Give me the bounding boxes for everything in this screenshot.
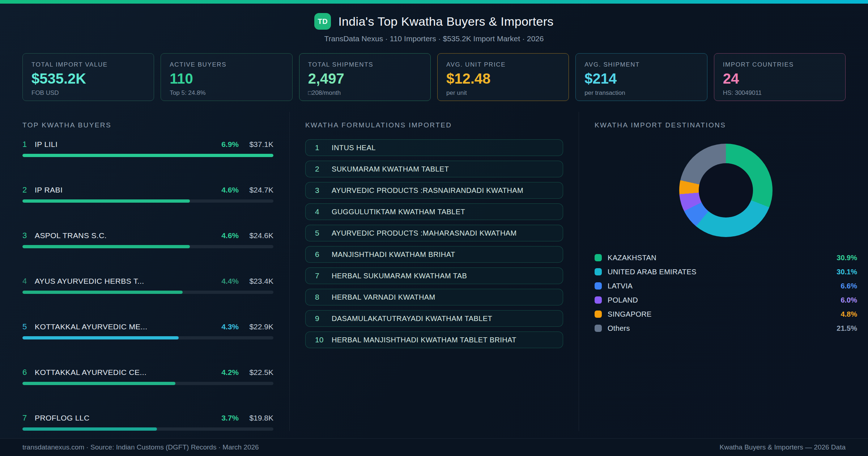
stat-card-avg-unit-price: AVG. UNIT PRICE$12.48per unit bbox=[437, 53, 569, 101]
legend-pct: 4.8% bbox=[841, 310, 857, 318]
legend-item: KAZAKHSTAN30.9% bbox=[595, 254, 857, 262]
stat-card-total-shipments: TOTAL SHIPMENTS2,497□208/month bbox=[299, 53, 431, 101]
buyer-name: PROFLOG LLC bbox=[35, 413, 221, 423]
formulation-item: 7HERBAL SUKUMARAM KWATHAM TAB bbox=[305, 267, 563, 284]
legend-label: LATVIA bbox=[608, 282, 841, 290]
stat-value: $535.2K bbox=[31, 71, 145, 87]
stat-sub: per transaction bbox=[584, 89, 698, 97]
legend-item: LATVIA6.6% bbox=[595, 282, 857, 290]
stat-label: ACTIVE BUYERS bbox=[170, 61, 283, 68]
buyer-row-top: 4AYUS AYURVEDIC HERBS T...4.4%$23.4K bbox=[22, 276, 273, 286]
buyer-share: 4.6% bbox=[221, 231, 239, 241]
stat-label: TOTAL SHIPMENTS bbox=[308, 61, 422, 68]
formulation-name: AYURVEDIC PRODUCTS :RASNAIRANDADI KWATHA… bbox=[332, 186, 523, 195]
brand-logo-badge: TD bbox=[314, 13, 331, 30]
legend-swatch bbox=[595, 268, 602, 275]
buyer-name: KOTTAKKAL AYURVEDIC CE... bbox=[35, 367, 221, 377]
buyer-share: 4.3% bbox=[221, 322, 239, 332]
buyer-row: 3ASPOL TRANS S.C.4.6%$24.6K bbox=[22, 231, 273, 248]
buyer-bar-fill bbox=[22, 291, 183, 294]
buyer-row: 5KOTTAKKAL AYURVEDIC ME...4.3%$22.9K bbox=[22, 322, 273, 339]
legend-label: UNITED ARAB EMIRATES bbox=[608, 268, 837, 276]
buyer-value: $22.9K bbox=[245, 322, 273, 332]
legend-label: Others bbox=[608, 324, 837, 333]
legend-swatch bbox=[595, 282, 602, 290]
buyer-row: 7PROFLOG LLC3.7%$19.8K bbox=[22, 413, 273, 431]
legend-swatch bbox=[595, 311, 602, 318]
legend-pct: 6.0% bbox=[841, 296, 857, 304]
legend-item: SINGAPORE4.8% bbox=[595, 310, 857, 318]
legend-item: UNITED ARAB EMIRATES30.1% bbox=[595, 268, 857, 276]
buyer-row-top: 1IP LILI6.9%$37.1K bbox=[22, 139, 273, 149]
formulation-name: MANJISHTHADI KWATHAM BRIHAT bbox=[332, 250, 455, 259]
stat-card-active-buyers: ACTIVE BUYERS110Top 5: 24.8% bbox=[161, 53, 292, 101]
buyer-bar-track bbox=[22, 154, 273, 157]
legend-swatch bbox=[595, 296, 602, 304]
legend-item: Others21.5% bbox=[595, 324, 857, 332]
buyer-bar-track bbox=[22, 427, 273, 431]
buyer-bar-fill bbox=[22, 382, 175, 385]
page-subtitle: TransData Nexus · 110 Importers · $535.2… bbox=[0, 34, 868, 43]
stat-card-avg-shipment: AVG. SHIPMENT$214per transaction bbox=[575, 53, 707, 101]
buyer-row: 6KOTTAKKAL AYURVEDIC CE...4.2%$22.5K bbox=[22, 367, 273, 385]
legend-label: POLAND bbox=[608, 296, 841, 304]
stat-label: IMPORT COUNTRIES bbox=[723, 61, 837, 68]
buyer-value: $19.8K bbox=[245, 413, 273, 423]
stat-label: AVG. SHIPMENT bbox=[584, 61, 698, 68]
main-content: TOP KWATHA BUYERS 1IP LILI6.9%$37.1K2IP … bbox=[0, 112, 868, 431]
buyer-share: 6.9% bbox=[221, 139, 239, 149]
destinations-section-title: KWATHA IMPORT DESTINATIONS bbox=[595, 121, 857, 129]
stat-label: AVG. UNIT PRICE bbox=[446, 61, 560, 68]
donut-hole bbox=[699, 163, 753, 218]
footer: transdatanexus.com · Source: Indian Cust… bbox=[0, 438, 868, 456]
legend-label: SINGAPORE bbox=[608, 310, 841, 318]
stat-label: TOTAL IMPORT VALUE bbox=[31, 61, 145, 68]
stat-sub: Top 5: 24.8% bbox=[170, 89, 283, 97]
buyer-name: IP LILI bbox=[35, 139, 221, 149]
stat-sub: □208/month bbox=[308, 89, 422, 97]
footer-source-text: transdatanexus.com · Source: Indian Cust… bbox=[22, 443, 259, 451]
buyer-name: KOTTAKKAL AYURVEDIC ME... bbox=[35, 322, 221, 332]
stat-value: 24 bbox=[723, 71, 837, 87]
buyer-rank: 1 bbox=[22, 139, 35, 149]
stat-card-total-import-value: TOTAL IMPORT VALUE$535.2KFOB USD bbox=[22, 53, 154, 101]
legend-swatch bbox=[595, 325, 602, 332]
buyer-value: $37.1K bbox=[245, 139, 273, 149]
buyer-rank: 2 bbox=[22, 185, 35, 195]
header: TD India's Top Kwatha Buyers & Importers… bbox=[0, 4, 868, 43]
buyer-row-top: 2IP RABI4.6%$24.7K bbox=[22, 185, 273, 195]
donut-chart bbox=[679, 144, 773, 237]
buyer-bar-fill bbox=[22, 245, 190, 248]
buyer-share: 4.2% bbox=[221, 367, 239, 377]
buyer-rank: 7 bbox=[22, 413, 35, 423]
buyer-row: 2IP RABI4.6%$24.7K bbox=[22, 185, 273, 203]
legend-swatch bbox=[595, 254, 602, 261]
legend: KAZAKHSTAN30.9%UNITED ARAB EMIRATES30.1%… bbox=[595, 254, 857, 332]
formulation-rank: 10 bbox=[315, 335, 332, 344]
formulation-item: 2SUKUMARAM KWATHAM TABLET bbox=[305, 161, 563, 177]
formulation-item: 1INTUS HEAL bbox=[305, 139, 563, 156]
buyer-bar-track bbox=[22, 245, 273, 248]
legend-item: POLAND6.0% bbox=[595, 296, 857, 304]
buyer-bar-track bbox=[22, 291, 273, 294]
buyer-bar-fill bbox=[22, 199, 190, 203]
buyer-bar-track bbox=[22, 382, 273, 385]
formulation-name: HERBAL VARNADI KWATHAM bbox=[332, 293, 435, 301]
formulation-item: 4GUGGULUTIKTAM KWATHAM TABLET bbox=[305, 203, 563, 220]
formulation-name: GUGGULUTIKTAM KWATHAM TABLET bbox=[332, 208, 465, 216]
formulation-item: 5AYURVEDIC PRODUCTS :MAHARASNADI KWATHAM bbox=[305, 225, 563, 241]
formulation-rank: 8 bbox=[315, 293, 332, 301]
formulation-rank: 2 bbox=[315, 165, 332, 173]
formulation-item: 6MANJISHTHADI KWATHAM BRIHAT bbox=[305, 246, 563, 263]
buyer-row-top: 3ASPOL TRANS S.C.4.6%$24.6K bbox=[22, 231, 273, 241]
destinations-panel: KWATHA IMPORT DESTINATIONS KAZAKHSTAN30.… bbox=[579, 112, 868, 431]
formulation-name: HERBAL SUKUMARAM KWATHAM TAB bbox=[332, 272, 467, 280]
formulation-rank: 6 bbox=[315, 250, 332, 259]
buyer-share: 3.7% bbox=[221, 413, 239, 423]
buyer-name: IP RABI bbox=[35, 185, 221, 195]
formulation-item: 9DASAMULAKATUTRAYADI KWATHAM TABLET bbox=[305, 310, 563, 327]
formulation-name: INTUS HEAL bbox=[332, 144, 376, 152]
buyer-value: $24.7K bbox=[245, 185, 273, 195]
buyer-rank: 4 bbox=[22, 276, 35, 286]
legend-pct: 6.6% bbox=[841, 282, 857, 290]
